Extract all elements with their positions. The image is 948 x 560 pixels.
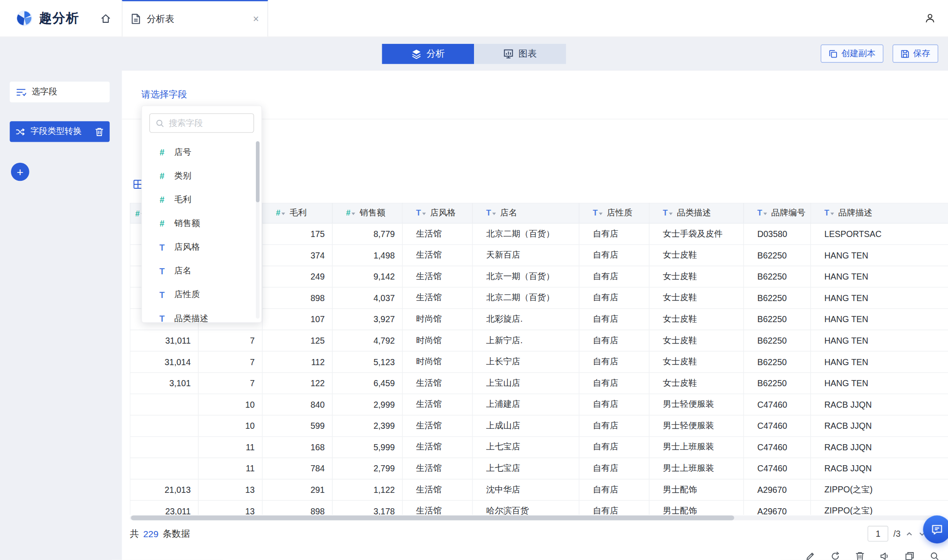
add-step-button[interactable]: + bbox=[11, 163, 29, 181]
delete-step-icon[interactable] bbox=[95, 127, 104, 136]
table-cell: 4,037 bbox=[332, 287, 402, 309]
field-option[interactable]: T店风格 bbox=[142, 235, 261, 259]
text-field-icon: T bbox=[158, 313, 166, 323]
table-cell: 上浦建店 bbox=[473, 394, 579, 415]
field-option[interactable]: #类别 bbox=[142, 164, 261, 187]
table-cell: 女士皮鞋 bbox=[649, 330, 743, 352]
table-cell: 21,013 bbox=[130, 479, 198, 501]
sidebar-item-select-field[interactable]: 选字段 bbox=[10, 82, 110, 102]
table-cell: RACB JJQN bbox=[811, 458, 948, 479]
table-cell: 自有店 bbox=[579, 244, 649, 266]
column-header[interactable]: T品牌编号 bbox=[743, 203, 811, 223]
field-list: #店号#类别#毛利#销售额T店风格T店名T店性质T品类描述 bbox=[142, 140, 261, 323]
tab-analysis[interactable]: 分析 bbox=[382, 44, 474, 64]
text-column-icon: T bbox=[486, 208, 496, 218]
window-icon[interactable] bbox=[905, 551, 914, 560]
bar-chart-icon bbox=[503, 49, 514, 59]
record-count: 共 229 条数据 bbox=[130, 528, 190, 540]
save-label: 保存 bbox=[913, 48, 930, 59]
save-button[interactable]: 保存 bbox=[893, 44, 938, 63]
table-cell: 3,927 bbox=[332, 309, 402, 330]
select-field-prompt[interactable]: 请选择字段 bbox=[141, 89, 187, 101]
table-cell: 7 bbox=[198, 373, 262, 394]
table-cell: B62250 bbox=[743, 309, 811, 330]
table-cell: 291 bbox=[262, 479, 333, 501]
table-cell: 2,999 bbox=[332, 394, 402, 415]
table-cell: 11 bbox=[198, 458, 262, 479]
table-cell: 男士配饰 bbox=[649, 479, 743, 501]
table-cell: HANG TEN bbox=[811, 309, 948, 330]
table-cell: HANG TEN bbox=[811, 287, 948, 309]
number-column-icon: # bbox=[276, 208, 285, 218]
table-cell: 生活馆 bbox=[402, 394, 473, 415]
zoom-icon[interactable] bbox=[930, 551, 939, 560]
field-option[interactable]: #销售额 bbox=[142, 212, 261, 235]
table-cell: RACB JJQN bbox=[811, 415, 948, 437]
table-cell: 7 bbox=[198, 351, 262, 373]
column-header[interactable]: #毛利 bbox=[262, 203, 333, 223]
field-option[interactable]: T品类描述 bbox=[142, 306, 261, 323]
sort-caret-icon bbox=[763, 212, 767, 215]
brand[interactable]: 趣分析 bbox=[0, 9, 79, 28]
tab-close-icon[interactable]: × bbox=[253, 14, 259, 24]
sort-caret-icon bbox=[282, 212, 285, 215]
sidebar-item-label: 选字段 bbox=[32, 86, 57, 97]
trash-icon[interactable] bbox=[855, 551, 865, 560]
column-label: 品牌编号 bbox=[771, 208, 805, 217]
table-cell: 10 bbox=[198, 415, 262, 437]
column-header[interactable]: T品牌描述 bbox=[811, 203, 948, 223]
sidebar-item-label: 字段类型转换 bbox=[30, 126, 82, 137]
column-header[interactable]: T品类描述 bbox=[649, 203, 743, 223]
table-cell: C47460 bbox=[743, 458, 811, 479]
speaker-icon[interactable] bbox=[880, 551, 890, 560]
field-option[interactable]: #毛利 bbox=[142, 188, 261, 212]
dropdown-scrollbar[interactable] bbox=[256, 141, 259, 319]
table-cell: 自有店 bbox=[579, 479, 649, 501]
save-icon bbox=[901, 49, 910, 58]
table-cell: 107 bbox=[262, 309, 333, 330]
column-header[interactable]: T店名 bbox=[473, 203, 579, 223]
field-option[interactable]: #店号 bbox=[142, 140, 261, 164]
field-option[interactable]: T店性质 bbox=[142, 283, 261, 306]
page-total: /3 bbox=[893, 529, 900, 538]
table-row: 21,013132911,122生活馆沈中华店自有店男士配饰A29670ZIPP… bbox=[130, 479, 948, 501]
tab-chart[interactable]: 图表 bbox=[474, 44, 566, 64]
page-up-icon[interactable] bbox=[905, 530, 913, 538]
search-input[interactable] bbox=[169, 118, 248, 128]
table-cell: 北京二期（百货） bbox=[473, 287, 579, 309]
field-option[interactable]: T店名 bbox=[142, 259, 261, 283]
table-cell: A29670 bbox=[743, 479, 811, 501]
text-field-icon: T bbox=[158, 290, 166, 299]
tab-analysis-sheet[interactable]: 分析表 × bbox=[122, 0, 268, 36]
column-header[interactable]: #销售额 bbox=[332, 203, 402, 223]
horizontal-scrollbar-thumb[interactable] bbox=[131, 515, 734, 520]
page-input[interactable] bbox=[868, 526, 888, 542]
table-cell: B62250 bbox=[743, 287, 811, 309]
pen-icon[interactable] bbox=[805, 551, 815, 560]
table-cell: 9,142 bbox=[332, 266, 402, 287]
column-label: 店风格 bbox=[430, 208, 456, 217]
column-header[interactable]: T店风格 bbox=[402, 203, 473, 223]
table-cell: 175 bbox=[262, 223, 333, 245]
tab-label: 分析表 bbox=[147, 13, 174, 25]
table-cell: 1,122 bbox=[332, 479, 402, 501]
horizontal-scrollbar[interactable] bbox=[130, 515, 940, 520]
column-header[interactable]: T店性质 bbox=[579, 203, 649, 223]
table-cell: 599 bbox=[262, 415, 333, 437]
table-cell: 122 bbox=[262, 373, 333, 394]
home-button[interactable] bbox=[97, 10, 114, 26]
chat-button[interactable] bbox=[923, 515, 948, 543]
sort-caret-icon bbox=[830, 212, 834, 215]
sidebar-item-field-type-convert[interactable]: 字段类型转换 bbox=[10, 121, 110, 142]
create-copy-button[interactable]: 创建副本 bbox=[821, 44, 883, 63]
table-cell: LESPORTSAC bbox=[811, 223, 948, 245]
field-search[interactable] bbox=[149, 113, 254, 133]
refresh-icon[interactable] bbox=[830, 551, 840, 560]
app-logo-icon bbox=[15, 9, 34, 28]
column-label: 销售额 bbox=[359, 208, 385, 217]
dropdown-scrollbar-thumb[interactable] bbox=[256, 141, 259, 202]
user-button[interactable] bbox=[924, 12, 936, 24]
table-cell: HANG TEN bbox=[811, 330, 948, 352]
table-cell: 5,123 bbox=[332, 351, 402, 373]
table-cell bbox=[130, 437, 198, 458]
